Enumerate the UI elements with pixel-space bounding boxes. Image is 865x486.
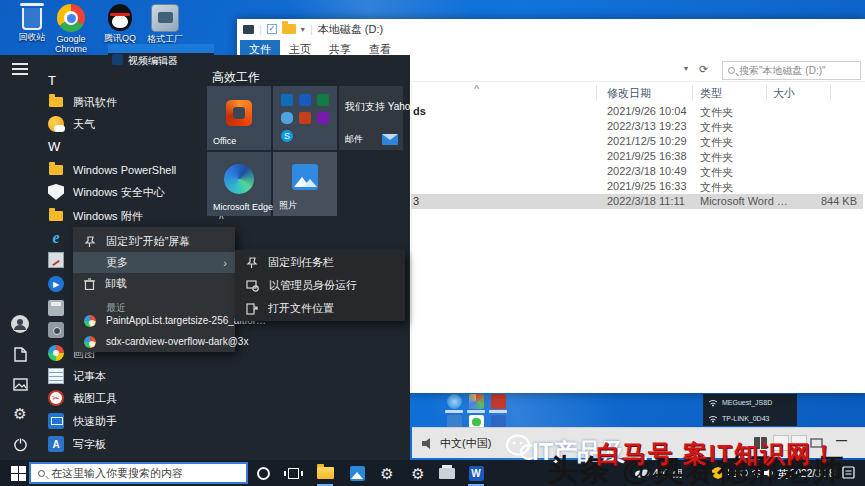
tile-photos[interactable]: 照片 bbox=[273, 152, 337, 216]
dictionary-icon[interactable] bbox=[753, 436, 768, 450]
word-button[interactable]: W bbox=[462, 460, 490, 486]
search-input[interactable]: 搜索"本地磁盘 (D:)" bbox=[722, 61, 861, 80]
start-app-item-powershell-folder[interactable]: Windows PowerShell ∨ bbox=[40, 159, 206, 181]
pictures-button[interactable] bbox=[9, 373, 31, 395]
start-button[interactable] bbox=[4, 460, 32, 486]
tray-icon[interactable] bbox=[728, 469, 736, 477]
app-label: Windows PowerShell bbox=[73, 164, 176, 176]
start-app-item-wordpad[interactable]: A 写字板 bbox=[40, 433, 206, 455]
column-size[interactable]: 大小 bbox=[773, 86, 795, 101]
desktop-mini-icon[interactable] bbox=[491, 394, 506, 409]
settings-sync-button[interactable]: ⚙ bbox=[373, 460, 401, 486]
ime-indicator[interactable]: 英 bbox=[777, 467, 788, 482]
submenu-item-run-as-admin[interactable]: 以管理员身份运行 bbox=[235, 274, 405, 297]
ime-speaker-icon bbox=[421, 437, 435, 450]
word-icon bbox=[299, 94, 311, 106]
refresh-icon[interactable]: ⟳ bbox=[699, 63, 708, 76]
sort-indicator[interactable]: ^ bbox=[474, 83, 479, 95]
start-app-item-video-editor[interactable]: 视频编辑器 bbox=[108, 44, 214, 68]
wifi-network-item[interactable]: MEGuest_JS8D bbox=[703, 394, 797, 410]
menu-item-more[interactable]: 更多 › bbox=[73, 252, 235, 273]
file-row[interactable]: 2022/3/18 10:49 文件夹 bbox=[411, 164, 863, 179]
submenu-item-open-file-location[interactable]: 打开文件位置 bbox=[235, 297, 405, 320]
menu-item-pin-to-start[interactable]: 固定到“开始”屏幕 bbox=[73, 231, 235, 252]
file-name-fragment: 3 bbox=[413, 195, 419, 207]
menu-item-recent-2[interactable]: sdx-cardview-overflow-dark@3x bbox=[73, 331, 235, 352]
mini-icon-label bbox=[489, 410, 507, 413]
quick-access-dropdown-icon[interactable]: ▾ bbox=[301, 25, 305, 34]
cortana-button[interactable] bbox=[249, 460, 277, 486]
photos-button[interactable] bbox=[343, 460, 371, 486]
tile-office[interactable]: Office bbox=[207, 86, 271, 150]
file-type: 文件夹 bbox=[700, 120, 733, 135]
start-app-item-security-center[interactable]: Windows 安全中心 bbox=[40, 181, 206, 203]
submenu-item-pin-to-taskbar[interactable]: 固定到任务栏 bbox=[235, 251, 405, 274]
ime-minimize-button[interactable]: — bbox=[836, 434, 847, 446]
address-dropdown-icon[interactable]: ▾ bbox=[684, 64, 688, 73]
search-placeholder: 搜索"本地磁盘 (D:)" bbox=[739, 64, 826, 78]
task-view-button[interactable] bbox=[279, 460, 307, 486]
file-row[interactable]: 2021/9/25 16:33 文件夹 bbox=[411, 179, 863, 194]
action-center-icon[interactable] bbox=[842, 466, 855, 479]
quick-access-check-icon[interactable]: ✓ bbox=[267, 24, 277, 34]
tile-edge[interactable]: Microsoft Edge bbox=[207, 152, 271, 216]
tile-group-header[interactable]: 高效工作 bbox=[212, 69, 260, 86]
snipping-tool-icon: ✂ bbox=[48, 390, 64, 406]
column-divider[interactable] bbox=[692, 85, 693, 101]
start-app-item-snipping-tool[interactable]: ✂ 截图工具 bbox=[40, 387, 206, 409]
ime-toolbar-button[interactable] bbox=[773, 435, 789, 451]
ime-toolbar-button[interactable] bbox=[791, 435, 807, 451]
column-date[interactable]: 修改日期 bbox=[607, 86, 651, 101]
start-app-item-tencent-folder[interactable]: 腾讯软件 ∨ bbox=[40, 91, 206, 113]
user-account-button[interactable] bbox=[9, 313, 31, 335]
format-factory-button[interactable] bbox=[433, 460, 461, 486]
start-app-item-notepad[interactable]: 记事本 bbox=[40, 365, 206, 387]
wifi-icon bbox=[708, 414, 718, 423]
start-app-item-quick-assist[interactable]: 快速助手 bbox=[40, 410, 206, 432]
security-shield-tray-icon[interactable] bbox=[712, 467, 724, 479]
column-divider[interactable] bbox=[766, 85, 767, 101]
column-type[interactable]: 类型 bbox=[700, 86, 722, 101]
file-explorer-button[interactable] bbox=[311, 460, 339, 486]
language-label[interactable]: 中文(中国) bbox=[440, 436, 491, 451]
app-label: 写字板 bbox=[73, 437, 106, 452]
file-row[interactable]: 2022/3/13 19:23 文件夹 bbox=[411, 119, 863, 134]
section-header-t[interactable]: T bbox=[48, 73, 56, 88]
menu-item-uninstall[interactable]: 卸载 bbox=[73, 273, 235, 294]
explorer-folder-icon bbox=[317, 467, 334, 479]
start-expand-button[interactable] bbox=[9, 58, 31, 80]
volume-icon[interactable] bbox=[764, 468, 774, 478]
tile-office-apps[interactable]: S bbox=[273, 86, 337, 150]
power-button[interactable] bbox=[9, 433, 31, 455]
desktop-mini-icon[interactable] bbox=[469, 394, 484, 409]
tile-mail-yahoo[interactable]: 我们支持 Yahoo 邮件 bbox=[339, 86, 403, 150]
file-row[interactable]: ds 2021/9/26 10:04 文件夹 bbox=[411, 104, 863, 119]
taskbar-search-input[interactable]: 在这里输入你要搜索的内容 bbox=[29, 462, 248, 484]
menu-item-recent-1[interactable]: PaintAppList.targetsize-256_altfor… bbox=[73, 310, 235, 331]
start-app-item-windows-accessories-folder[interactable]: Windows 附件 ∧ bbox=[40, 205, 206, 227]
column-divider[interactable] bbox=[830, 85, 831, 101]
settings-button[interactable]: ⚙ bbox=[9, 403, 31, 425]
wifi-network-item[interactable]: TP-LINK_0D43 bbox=[703, 410, 797, 426]
settings-button[interactable]: ⚙ bbox=[404, 460, 432, 486]
internet-explorer-icon: e bbox=[48, 230, 64, 246]
wifi-tray-icon[interactable] bbox=[751, 468, 763, 478]
explorer-titlebar[interactable]: | ✓ ▾ | 本地磁盘 (D:) bbox=[237, 19, 865, 39]
menu-item-label: 更多 bbox=[106, 255, 128, 270]
file-row[interactable]: 2021/12/5 10:29 文件夹 bbox=[411, 134, 863, 149]
weather-text[interactable]: 4°C 阴 bbox=[653, 467, 683, 481]
submenu-item-label: 以管理员身份运行 bbox=[269, 278, 357, 293]
tile-label: 照片 bbox=[279, 199, 297, 212]
column-divider[interactable] bbox=[596, 85, 597, 101]
app-label: 记事本 bbox=[73, 369, 106, 384]
desktop-icon-format-factory[interactable]: 格式工厂 bbox=[135, 4, 195, 44]
start-app-item-weather[interactable]: 天气 bbox=[40, 113, 206, 135]
ime-tool-icon[interactable] bbox=[810, 437, 823, 449]
tray-icon[interactable] bbox=[740, 469, 748, 477]
file-row[interactable]: 2021/9/25 16:38 文件夹 bbox=[411, 149, 863, 164]
tray-date[interactable]: 2022/3/18 bbox=[790, 468, 835, 479]
desktop-mini-icon[interactable] bbox=[447, 394, 462, 409]
section-header-w[interactable]: W bbox=[48, 139, 60, 154]
file-row-selected[interactable]: 3 2022/3/18 11:11 Microsoft Word … 844 K… bbox=[411, 194, 863, 209]
documents-button[interactable] bbox=[9, 343, 31, 365]
